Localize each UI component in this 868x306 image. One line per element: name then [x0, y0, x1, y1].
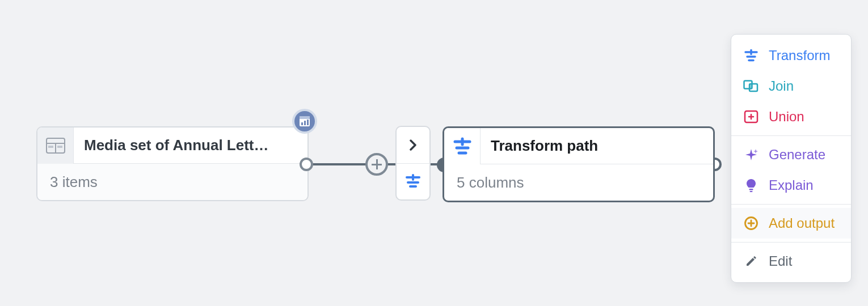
menu-item-add-output[interactable]: Add output: [731, 208, 851, 239]
transform-icon: [444, 128, 481, 164]
bulb-icon: [743, 177, 760, 194]
svg-rect-9: [301, 122, 303, 125]
menu-item-transform[interactable]: Transform: [731, 40, 851, 71]
menu-separator: [731, 242, 851, 243]
menu-separator: [731, 135, 851, 136]
menu-item-label: Edit: [769, 253, 792, 269]
svg-rect-11: [307, 120, 309, 125]
source-node-subtitle: 3 items: [37, 164, 307, 200]
union-icon: [743, 108, 760, 125]
svg-rect-6: [57, 146, 62, 148]
transform-step-button[interactable]: [397, 163, 429, 200]
chevron-right-icon: [408, 138, 418, 152]
menu-item-label: Add output: [769, 215, 835, 231]
source-node-header[interactable]: Media set of Annual Lett…: [37, 128, 307, 164]
menu-separator: [731, 204, 851, 205]
join-icon: [743, 78, 760, 95]
menu-item-join[interactable]: Join: [731, 71, 851, 101]
menu-item-label: Join: [769, 78, 794, 94]
svg-rect-8: [300, 116, 310, 119]
menu-item-edit[interactable]: Edit: [731, 246, 851, 277]
sparkle-icon: [743, 146, 760, 163]
svg-rect-5: [48, 146, 53, 148]
transform-node-subtitle: 5 columns: [444, 164, 713, 201]
transform-icon: [743, 47, 760, 64]
menu-item-label: Explain: [769, 177, 814, 193]
svg-rect-10: [304, 121, 306, 125]
transform-node-title: Transform path: [481, 137, 704, 155]
transform-node[interactable]: Transform path 5 columns: [443, 126, 715, 202]
source-node-title: Media set of Annual Lett…: [74, 137, 298, 154]
source-node[interactable]: Media set of Annual Lett… 3 items: [36, 126, 309, 201]
transform-node-header[interactable]: Transform path: [444, 128, 713, 164]
svg-rect-31: [750, 191, 753, 192]
pencil-icon: [743, 253, 760, 270]
pipeline-canvas[interactable]: Media set of Annual Lett… 3 items: [0, 0, 868, 306]
sheet-chart-icon: [298, 115, 311, 128]
node-context-menu: Transform Join Union: [731, 34, 852, 283]
svg-rect-26: [749, 84, 752, 89]
menu-item-label: Union: [769, 109, 804, 125]
sheet-chart-badge[interactable]: [292, 109, 317, 134]
source-output-port[interactable]: [300, 158, 313, 171]
table-icon: [37, 128, 74, 164]
menu-item-label: Generate: [769, 147, 825, 163]
svg-rect-30: [749, 189, 753, 190]
step-type-picker: [395, 126, 431, 201]
menu-item-explain[interactable]: Explain: [731, 170, 851, 201]
transform-icon: [404, 174, 422, 189]
expand-step-button[interactable]: [397, 127, 429, 163]
add-step-button[interactable]: [365, 153, 388, 176]
menu-item-union[interactable]: Union: [731, 101, 851, 132]
menu-item-generate[interactable]: Generate: [731, 139, 851, 170]
plus-circle-icon: [743, 215, 760, 232]
menu-item-label: Transform: [769, 48, 830, 63]
